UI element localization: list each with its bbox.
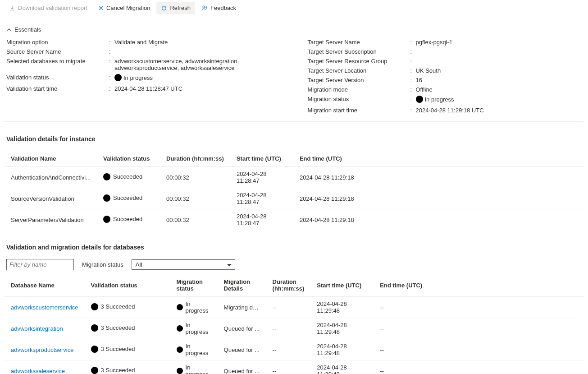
feedback-icon — [201, 5, 208, 11]
ess-label: Target Server Resource Group — [308, 58, 411, 65]
ess-label: Source Server Name — [6, 48, 110, 55]
cell-validation-status: Succeeded — [97, 188, 160, 209]
col-header[interactable]: Start time (UTC) — [310, 274, 374, 297]
success-icon — [103, 173, 110, 180]
ess-value: 16 — [411, 77, 582, 83]
cell-migration-details: Queued for ... — [218, 318, 266, 339]
cell-validation-status: 3 Succeeded — [85, 318, 170, 339]
svg-point-2 — [203, 6, 205, 8]
success-icon — [91, 346, 98, 353]
cell-end: 2024-04-28 11:29:18 — [293, 167, 583, 188]
cell-duration: 00:00:32 — [160, 209, 230, 231]
cell-migration-details: Queued for ... — [218, 360, 266, 374]
spinner-icon — [177, 325, 183, 332]
ess-label: Validation start time — [6, 85, 110, 92]
download-report-label: Download validation report — [18, 5, 87, 11]
cell-duration: -- — [266, 318, 311, 339]
cell-migration-details: Queued for ... — [218, 339, 266, 360]
ess-label: Target Server Name — [308, 39, 411, 46]
table-row: advworksintegration3 SucceededIn progres… — [5, 318, 583, 339]
table-row: advworkscustomerservice3 SucceededIn pro… — [5, 297, 583, 318]
cell-end: 2024-04-28 11:29:18 — [293, 188, 583, 209]
cancel-migration-button[interactable]: Cancel Migration — [94, 2, 155, 14]
col-header[interactable]: Migration Details — [218, 274, 266, 297]
feedback-label: Feedback — [210, 5, 236, 11]
ess-value: Offline — [411, 86, 582, 93]
col-header[interactable]: Migration status — [170, 274, 218, 297]
table-row: SourceVersionValidationSucceeded00:00:32… — [5, 188, 583, 209]
cell-end: -- — [374, 360, 583, 374]
col-header[interactable]: Duration (hh:mm:ss) — [160, 151, 230, 167]
ess-label: Target Server Version — [308, 77, 411, 83]
success-icon — [91, 324, 98, 332]
instance-section-title: Validation details for instance — [6, 135, 583, 143]
spinner-icon — [114, 74, 122, 81]
cell-db-name[interactable]: advworksproductservice — [5, 339, 85, 360]
col-header[interactable]: Database Name — [5, 274, 85, 297]
ess-label: Target Server Location — [308, 67, 411, 74]
cell-end: -- — [374, 339, 583, 360]
feedback-button[interactable]: Feedback — [197, 2, 241, 14]
col-header[interactable]: Validation Name — [5, 151, 97, 167]
cell-validation-name: SourceVersionValidation — [5, 188, 97, 209]
ess-value: pgflex-pgsql-1 — [411, 39, 582, 46]
col-header[interactable]: End time (UTC) — [293, 151, 583, 167]
filter-status-label: Migration status — [82, 261, 123, 268]
ess-label: Validation status — [6, 74, 110, 83]
ess-label: Selected databases to migrate — [6, 58, 110, 71]
cell-end: 2024-04-28 11:29:18 — [293, 209, 583, 231]
cell-validation-status: 3 Succeeded — [85, 297, 170, 318]
cell-start: 2024-04-28 11:29:48 — [310, 339, 374, 360]
col-header[interactable]: End time (UTC) — [374, 274, 583, 297]
ess-label: Migration option — [6, 39, 110, 46]
cell-duration: -- — [266, 297, 311, 318]
cell-start: 2024-04-28 11:29:48 — [310, 297, 374, 318]
cell-migration-status: In progress — [170, 339, 218, 360]
cell-db-name[interactable]: advworkscustomerservice — [5, 297, 85, 318]
cell-validation-status: Succeeded — [97, 209, 160, 231]
cell-end: -- — [374, 318, 583, 339]
cell-validation-name: AuthenticationAndConnectivi... — [5, 167, 97, 188]
database-table: Database Name Validation status Migratio… — [5, 274, 583, 374]
cell-db-name[interactable]: advworkssaleservice — [5, 360, 85, 374]
ess-value: 2024-04-28 11:29:18 UTC — [411, 107, 582, 114]
filter-name-input[interactable] — [6, 259, 74, 270]
cell-migration-status: In progress — [170, 360, 218, 374]
ess-value — [411, 48, 582, 55]
ess-value: 2024-04-28 11:28:47 UTC — [110, 85, 281, 92]
success-icon — [91, 367, 98, 374]
cell-start: 2024-04-28 11:28:47 — [230, 209, 293, 231]
ess-value — [110, 48, 281, 55]
spinner-icon — [177, 346, 183, 353]
instance-table: Validation Name Validation status Durati… — [5, 151, 583, 230]
col-header[interactable]: Duration (hh:mm:ss) — [266, 274, 311, 297]
col-header[interactable]: Validation status — [85, 274, 170, 297]
cell-duration: -- — [266, 360, 311, 374]
refresh-button[interactable]: Refresh — [156, 2, 195, 14]
ess-value: In progress — [411, 96, 582, 104]
cell-start: 2024-04-28 11:28:47 — [230, 188, 293, 209]
table-row: ServerParametersValidationSucceeded00:00… — [5, 209, 583, 231]
cell-duration: 00:00:32 — [160, 167, 230, 188]
command-bar: Download validation report Cancel Migrat… — [5, 0, 583, 16]
status-text: In progress — [425, 96, 454, 103]
ess-label: Migration status — [308, 96, 411, 104]
ess-value: advworkscustomerservice, advworksintegra… — [110, 58, 281, 71]
table-row: advworkssaleservice3 SucceededIn progres… — [5, 360, 583, 374]
cancel-migration-label: Cancel Migration — [106, 5, 150, 11]
essentials-label: Essentials — [14, 26, 41, 33]
refresh-icon — [161, 5, 167, 11]
status-text: In progress — [123, 74, 153, 81]
essentials-toggle[interactable]: Essentials — [5, 23, 43, 37]
close-icon — [98, 5, 104, 11]
cell-duration: -- — [266, 339, 311, 360]
filter-status-select[interactable]: All — [132, 259, 235, 270]
ess-value: In progress — [110, 74, 281, 83]
ess-label: Migration start time — [308, 107, 411, 114]
ess-value: Validate and Migrate — [110, 39, 281, 46]
download-icon — [9, 5, 15, 11]
col-header[interactable]: Validation status — [97, 151, 160, 167]
col-header[interactable]: Start time (UTC) — [230, 151, 293, 167]
cell-validation-name: ServerParametersValidation — [5, 209, 97, 231]
cell-db-name[interactable]: advworksintegration — [5, 318, 85, 339]
